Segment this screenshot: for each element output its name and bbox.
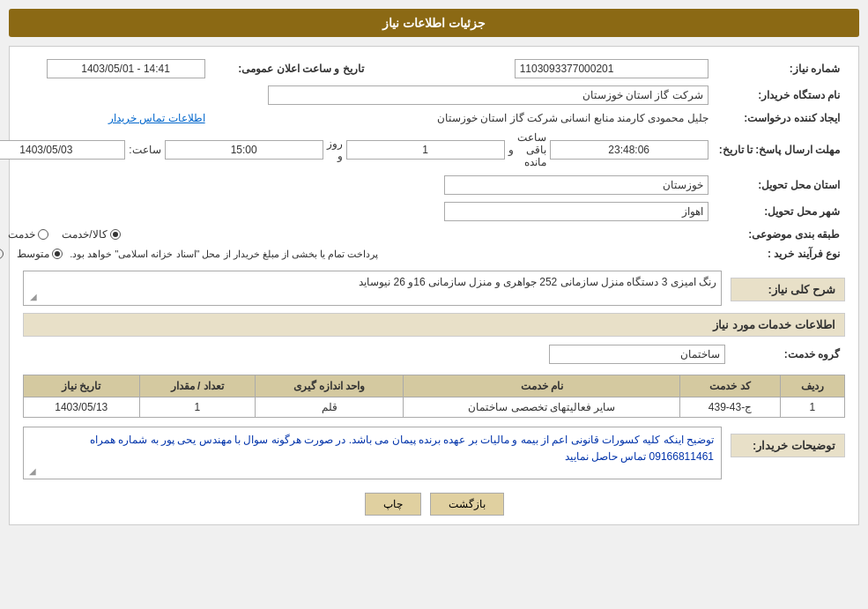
- day-separator: و: [508, 144, 514, 156]
- table-row: شماره نیاز: 1103093377000201 تاریخ و ساع…: [0, 56, 845, 82]
- table-row: نام دستگاه خریدار: شرکت گاز استان خوزستا…: [0, 82, 845, 108]
- need-number-label: شماره نیاز:: [714, 56, 845, 82]
- buyer-org-value: شرکت گاز استان خوزستان: [268, 85, 708, 105]
- remaining-label: ساعت باقی مانده: [517, 131, 546, 168]
- radio-item-jozyi: جزیی: [0, 248, 4, 260]
- main-card: شماره نیاز: 1103093377000201 تاریخ و ساع…: [9, 46, 859, 525]
- announce-value: 1403/05/01 - 14:41: [47, 59, 205, 78]
- purchase-type-label: نوع فرآیند خرید :: [714, 244, 845, 264]
- header-row: ردیف کد خدمت نام خدمت واحد اندازه گیری ت…: [24, 375, 845, 397]
- need-desc-section: شرح کلی نیاز: رنگ امیزی 3 دستگاه منزل سا…: [23, 271, 845, 306]
- radio-kala-khedmat[interactable]: [110, 229, 121, 240]
- buyer-notes-section: توضیحات خریدار: توضیح اینکه کلیه کسورات …: [23, 427, 845, 479]
- footer-buttons: بازگشت چاپ: [23, 493, 845, 516]
- col-name: نام خدمت: [404, 375, 680, 397]
- table-row: 1 ج-43-439 سایر فعالیتهای تخصصی ساختمان …: [24, 397, 845, 418]
- col-code: کد خدمت: [680, 375, 780, 397]
- buyer-notes-label: توضیحات خریدار:: [731, 434, 845, 457]
- service-group-table: گروه خدمت: ساختمان: [23, 341, 845, 368]
- city-value: اهواز: [444, 202, 708, 221]
- time-value: 15:00: [165, 140, 323, 160]
- table-row: طبقه بندی موضوعی: کالا/خدمت خدمت: [0, 225, 845, 244]
- radio-khedmat[interactable]: [38, 229, 48, 240]
- buyer-org-label: نام دستگاه خریدار:: [714, 82, 845, 108]
- need-number-value: 1103093377000201: [515, 59, 708, 78]
- table-row: گروه خدمت: ساختمان: [23, 341, 845, 368]
- print-button[interactable]: چاپ: [365, 493, 421, 516]
- service-group-value: ساختمان: [549, 345, 725, 364]
- radio-khedmat-label: خدمت: [8, 228, 35, 241]
- table-row: شهر محل تحویل: اهواز: [0, 198, 845, 225]
- need-desc-label: شرح کلی نیاز:: [731, 278, 845, 301]
- purchase-note: پرداخت تمام یا بخشی از مبلغ خریدار از مح…: [70, 249, 378, 260]
- services-data-table: ردیف کد خدمت نام خدمت واحد اندازه گیری ت…: [23, 375, 845, 418]
- radio-jozyi[interactable]: [0, 249, 4, 259]
- cell-qty: 1: [139, 397, 255, 418]
- creator-value: جلیل محمودی کارمند منابع انسانی شرکت گاز…: [437, 112, 708, 124]
- page-title: جزئیات اطلاعات نیاز: [382, 16, 486, 30]
- radio-item-kala-khedmat: کالا/خدمت: [62, 228, 120, 241]
- category-label: طبقه بندی موضوعی:: [714, 225, 845, 244]
- creator-link[interactable]: اطلاعات تماس خریدار: [108, 112, 205, 124]
- cell-code: ج-43-439: [680, 397, 780, 418]
- announce-label: تاریخ و ساعت اعلان عمومی:: [211, 56, 369, 82]
- cell-name: سایر فعالیتهای تخصصی ساختمان: [404, 397, 680, 418]
- need-desc-value: رنگ امیزی 3 دستگاه منزل سازمانی 252 جواه…: [23, 271, 722, 306]
- date-value: 1403/05/03: [0, 140, 125, 160]
- buyer-notes-text: توضیح اینکه کلیه کسورات قانونی اعم از بی…: [90, 434, 714, 463]
- page-container: جزئیات اطلاعات نیاز شماره نیاز: 11030933…: [0, 0, 868, 609]
- creator-label: ایجاد کننده درخواست:: [714, 108, 845, 128]
- buyer-notes-value: توضیح اینکه کلیه کسورات قانونی اعم از بی…: [23, 427, 722, 479]
- back-button[interactable]: بازگشت: [430, 493, 504, 516]
- purchase-type-row: پرداخت تمام یا بخشی از مبلغ خریدار از مح…: [0, 248, 708, 260]
- days-value: 1: [346, 140, 505, 160]
- purchase-type-radio-group: متوسط جزیی: [0, 248, 63, 260]
- notes-resize-handle: ◢: [23, 466, 36, 479]
- table-row: مهلت ارسال پاسخ: تا تاریخ: 23:48:06 ساعت…: [0, 128, 845, 172]
- time-row: 23:48:06 ساعت باقی مانده و 1 روز و 15:00…: [0, 131, 708, 168]
- page-header: جزئیات اطلاعات نیاز: [9, 9, 859, 37]
- col-unit: واحد اندازه گیری: [255, 375, 403, 397]
- radio-mutawaset-label: متوسط: [17, 248, 49, 260]
- table-header: ردیف کد خدمت نام خدمت واحد اندازه گیری ت…: [24, 375, 845, 397]
- radio-kala-khedmat-label: کالا/خدمت: [62, 228, 107, 241]
- info-table: شماره نیاز: 1103093377000201 تاریخ و ساع…: [0, 56, 845, 264]
- remaining-time: 23:48:06: [550, 140, 708, 160]
- table-row: ایجاد کننده درخواست: جلیل محمودی کارمند …: [0, 108, 845, 128]
- deadline-label: مهلت ارسال پاسخ: تا تاریخ:: [714, 128, 845, 172]
- day-label: روز و: [327, 137, 343, 162]
- radio-mutawaset[interactable]: [52, 249, 63, 259]
- table-body: 1 ج-43-439 سایر فعالیتهای تخصصی ساختمان …: [24, 397, 845, 418]
- cell-row: 1: [780, 397, 844, 418]
- table-row: نوع فرآیند خرید : پرداخت تمام یا بخشی از…: [0, 244, 845, 264]
- service-group-label: گروه خدمت:: [731, 341, 845, 368]
- col-qty: تعداد / مقدار: [139, 375, 255, 397]
- city-label: شهر محل تحویل:: [714, 198, 845, 225]
- services-section-title: اطلاعات خدمات مورد نیاز: [23, 313, 845, 337]
- radio-item-mutawaset: متوسط: [17, 248, 63, 260]
- col-date: تاریخ نیاز: [24, 375, 140, 397]
- radio-item-khedmat: خدمت: [8, 228, 48, 241]
- cell-date: 1403/05/13: [24, 397, 140, 418]
- category-radio-group: کالا/خدمت خدمت کالا: [0, 228, 708, 241]
- resize-handle: ◢: [24, 292, 37, 305]
- table-row: استان محل تحویل: خوزستان: [0, 172, 845, 198]
- cell-unit: قلم: [255, 397, 403, 418]
- col-row: ردیف: [780, 375, 844, 397]
- need-desc-text: رنگ امیزی 3 دستگاه منزل سازمانی 252 جواه…: [359, 276, 716, 288]
- province-value: خوزستان: [444, 175, 708, 195]
- province-label: استان محل تحویل:: [714, 172, 845, 198]
- time-label: ساعت:: [129, 144, 160, 156]
